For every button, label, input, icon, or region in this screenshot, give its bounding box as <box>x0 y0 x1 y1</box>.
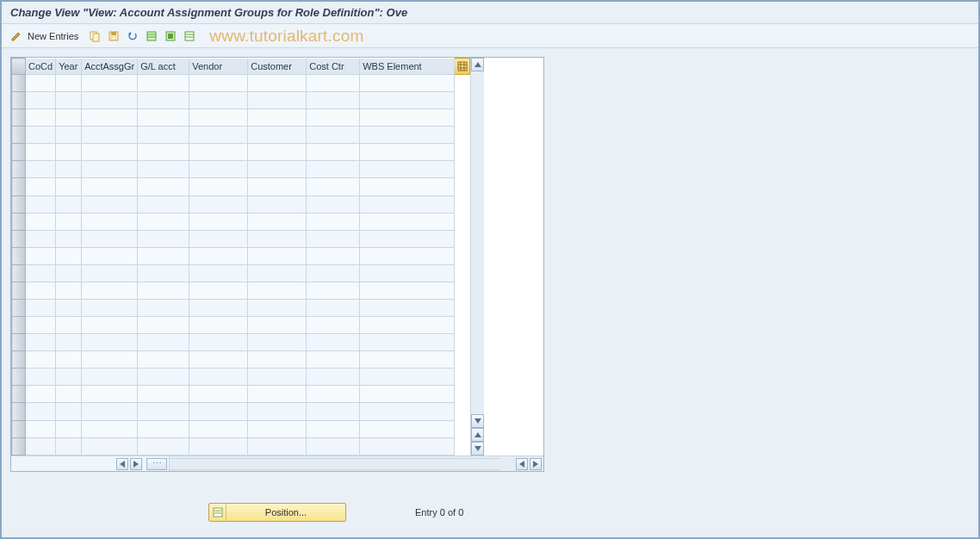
cell-customer[interactable] <box>248 195 307 213</box>
hscroll-right-button[interactable] <box>130 458 142 470</box>
cell-year[interactable] <box>56 386 82 403</box>
cell-customer[interactable] <box>248 334 307 351</box>
cell-vendor[interactable] <box>189 178 248 195</box>
cell-cocd[interactable] <box>26 178 56 195</box>
cell-vendor[interactable] <box>189 109 248 127</box>
cell-vendor[interactable] <box>189 247 248 264</box>
cell-glacct[interactable] <box>138 351 189 369</box>
cell-glacct[interactable] <box>138 369 189 386</box>
cell-acctassggr[interactable] <box>82 247 138 264</box>
col-header-cocd[interactable]: CoCd <box>26 59 56 75</box>
cell-wbs[interactable] <box>360 75 455 92</box>
cell-customer[interactable] <box>248 230 307 247</box>
cell-costctr[interactable] <box>307 127 360 144</box>
select-block-icon[interactable] <box>163 28 178 44</box>
row-selector[interactable] <box>12 437 26 455</box>
cell-cocd[interactable] <box>26 369 56 386</box>
vscroll-track[interactable] <box>471 71 484 414</box>
row-selector[interactable] <box>12 403 26 420</box>
cell-glacct[interactable] <box>138 109 189 127</box>
cell-customer[interactable] <box>248 92 307 109</box>
cell-glacct[interactable] <box>138 195 189 213</box>
cell-vendor[interactable] <box>189 334 248 351</box>
cell-costctr[interactable] <box>307 195 360 213</box>
cell-acctassggr[interactable] <box>82 437 138 455</box>
cell-vendor[interactable] <box>189 230 248 247</box>
cell-cocd[interactable] <box>26 282 56 299</box>
row-selector[interactable] <box>12 334 26 351</box>
cell-wbs[interactable] <box>360 247 455 264</box>
scroll-up2-button[interactable] <box>471 428 484 442</box>
cell-year[interactable] <box>56 351 82 369</box>
cell-wbs[interactable] <box>360 230 455 247</box>
cell-cocd[interactable] <box>26 420 56 437</box>
row-selector[interactable] <box>12 92 26 109</box>
cell-wbs[interactable] <box>360 282 455 299</box>
row-selector[interactable] <box>12 300 26 317</box>
cell-costctr[interactable] <box>307 420 360 437</box>
col-header-glacct[interactable]: G/L acct <box>138 59 189 75</box>
cell-acctassggr[interactable] <box>82 369 138 386</box>
cell-cocd[interactable] <box>26 109 56 127</box>
cell-customer[interactable] <box>248 127 307 144</box>
cell-customer[interactable] <box>248 300 307 317</box>
cell-year[interactable] <box>56 420 82 437</box>
hscroll-track[interactable] <box>170 458 500 470</box>
cell-acctassggr[interactable] <box>82 109 138 127</box>
cell-costctr[interactable] <box>307 369 360 386</box>
cell-costctr[interactable] <box>307 230 360 247</box>
row-selector[interactable] <box>12 386 26 403</box>
cell-costctr[interactable] <box>307 437 360 455</box>
cell-customer[interactable] <box>248 317 307 334</box>
cell-glacct[interactable] <box>138 230 189 247</box>
scroll-down-button[interactable] <box>471 414 484 428</box>
cell-year[interactable] <box>56 300 82 317</box>
cell-glacct[interactable] <box>138 386 189 403</box>
vertical-scrollbar[interactable] <box>470 58 484 455</box>
cell-customer[interactable] <box>248 144 307 161</box>
row-selector[interactable] <box>12 213 26 230</box>
cell-cocd[interactable] <box>26 437 56 455</box>
cell-wbs[interactable] <box>360 127 455 144</box>
cell-costctr[interactable] <box>307 300 360 317</box>
cell-acctassggr[interactable] <box>82 144 138 161</box>
cell-customer[interactable] <box>248 403 307 420</box>
cell-costctr[interactable] <box>307 161 360 178</box>
cell-cocd[interactable] <box>26 230 56 247</box>
cell-acctassggr[interactable] <box>82 213 138 230</box>
col-header-wbs[interactable]: WBS Element <box>360 59 455 75</box>
cell-customer[interactable] <box>248 386 307 403</box>
cell-cocd[interactable] <box>26 386 56 403</box>
cell-vendor[interactable] <box>189 213 248 230</box>
cell-year[interactable] <box>56 178 82 195</box>
cell-acctassggr[interactable] <box>82 127 138 144</box>
row-selector[interactable] <box>12 195 26 213</box>
cell-acctassggr[interactable] <box>82 178 138 195</box>
cell-acctassggr[interactable] <box>82 300 138 317</box>
cell-vendor[interactable] <box>189 127 248 144</box>
cell-cocd[interactable] <box>26 403 56 420</box>
cell-glacct[interactable] <box>138 213 189 230</box>
cell-costctr[interactable] <box>307 213 360 230</box>
hscroll-left-button[interactable] <box>116 458 128 470</box>
cell-glacct[interactable] <box>138 144 189 161</box>
cell-acctassggr[interactable] <box>82 420 138 437</box>
cell-customer[interactable] <box>248 213 307 230</box>
cell-year[interactable] <box>56 92 82 109</box>
cell-cocd[interactable] <box>26 317 56 334</box>
cell-vendor[interactable] <box>189 369 248 386</box>
hscroll-right2-button[interactable] <box>530 458 542 470</box>
cell-glacct[interactable] <box>138 420 189 437</box>
cell-vendor[interactable] <box>189 403 248 420</box>
cell-customer[interactable] <box>248 282 307 299</box>
deselect-icon[interactable] <box>182 28 197 44</box>
cell-cocd[interactable] <box>26 264 56 282</box>
cell-cocd[interactable] <box>26 127 56 144</box>
row-selector[interactable] <box>12 230 26 247</box>
row-selector[interactable] <box>12 161 26 178</box>
cell-costctr[interactable] <box>307 282 360 299</box>
cell-vendor[interactable] <box>189 75 248 92</box>
cell-vendor[interactable] <box>189 437 248 455</box>
cell-acctassggr[interactable] <box>82 264 138 282</box>
row-selector[interactable] <box>12 75 26 92</box>
